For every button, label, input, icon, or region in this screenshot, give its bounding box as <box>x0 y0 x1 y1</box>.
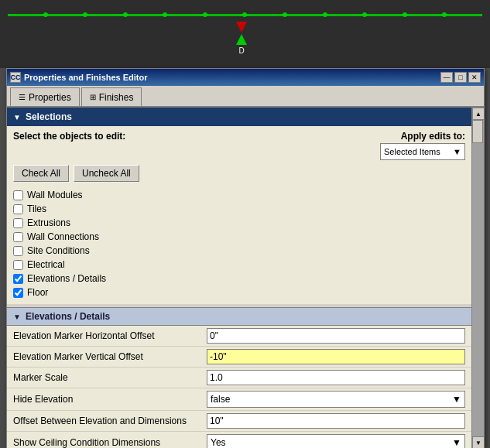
elevation-vertical-input[interactable] <box>207 349 465 364</box>
apply-edits-dropdown[interactable]: Selected Items ▼ <box>380 143 465 160</box>
prop-row-show-ceiling-condition: Show Ceiling Condition Dimensions Yes ▼ <box>7 432 471 448</box>
apply-edits-block: Apply edits to: Selected Items ▼ <box>380 131 465 160</box>
elevations-collapse-icon[interactable]: ▼ <box>13 313 21 321</box>
elevations-details-label: Elevations / Details <box>27 273 106 284</box>
check-all-button[interactable]: Check All <box>13 165 69 182</box>
prop-row-marker-scale: Marker Scale <box>7 368 471 388</box>
selections-header-label: Selections <box>26 111 72 122</box>
show-ceiling-condition-value: Yes <box>211 437 226 448</box>
uncheck-all-button[interactable]: Uncheck All <box>74 165 139 182</box>
show-ceiling-condition-dropdown[interactable]: Yes ▼ <box>207 434 465 448</box>
cad-background: D <box>0 0 490 68</box>
hide-elevation-label: Hide Elevation <box>13 394 207 405</box>
electrical-label: Electrical <box>27 259 65 270</box>
marker-scale-input[interactable] <box>207 370 465 385</box>
title-bar-buttons: — □ ✕ <box>440 72 481 83</box>
properties-finishes-dialog: CC Properties and Finishes Editor — □ ✕ … <box>6 68 485 448</box>
electrical-checkbox[interactable] <box>13 260 23 270</box>
marker-scale-label: Marker Scale <box>13 372 207 383</box>
tab-properties[interactable]: ☰ Properties <box>10 87 80 106</box>
scrollbar: ▲ ▼ <box>471 108 484 448</box>
prop-row-elevation-horizontal: Elevation Marker Horizontal Offset <box>7 326 471 347</box>
cad-arrow-label: D <box>238 46 244 55</box>
hide-elevation-dropdown[interactable]: false ▼ <box>207 391 465 408</box>
elevations-details-checkbox[interactable] <box>13 274 23 284</box>
apply-edits-value: Selected Items <box>384 147 440 156</box>
wall-connections-label: Wall Connections <box>27 231 99 242</box>
selections-collapse-icon[interactable]: ▼ <box>13 113 21 121</box>
selections-section-header: ▼ Selections <box>7 108 471 126</box>
cad-dots <box>8 12 482 18</box>
checkbox-site-conditions: Site Conditions <box>13 244 465 258</box>
tab-bar: ☰ Properties ⊞ Finishes <box>7 86 484 108</box>
checkbox-button-row: Check All Uncheck All <box>13 165 465 182</box>
scroll-thumb[interactable] <box>472 120 483 143</box>
elevation-vertical-label: Elevation Marker Vertical Offset <box>13 351 207 362</box>
offset-elevation-dimensions-label: Offset Between Elevation and Dimensions <box>13 416 207 426</box>
arrow-down-icon <box>236 22 247 32</box>
hide-elevation-value: false <box>211 394 230 405</box>
show-ceiling-condition-label: Show Ceiling Condition Dimensions <box>13 437 207 448</box>
show-ceiling-condition-arrow-icon: ▼ <box>452 437 461 448</box>
selections-header-row: Select the objects to edit: Apply edits … <box>13 131 465 160</box>
scroll-up-button[interactable]: ▲ <box>472 108 484 120</box>
wall-connections-checkbox[interactable] <box>13 232 23 242</box>
dialog-content: ▼ Selections Select the objects to edit:… <box>7 108 484 448</box>
scroll-down-button[interactable]: ▼ <box>472 436 484 448</box>
elevations-details-header-label: Elevations / Details <box>26 311 110 322</box>
tiles-label: Tiles <box>27 203 46 214</box>
extrusions-label: Extrusions <box>27 217 70 228</box>
dialog-icon: CC <box>10 72 21 83</box>
offset-elevation-dimensions-input[interactable] <box>207 413 465 429</box>
title-bar: CC Properties and Finishes Editor — □ ✕ <box>7 69 484 86</box>
select-objects-label: Select the objects to edit: <box>13 131 125 142</box>
checkbox-floor: Floor <box>13 286 465 299</box>
finishes-tab-icon: ⊞ <box>90 93 96 101</box>
checkbox-tiles: Tiles <box>13 202 465 216</box>
prop-row-elevation-vertical: Elevation Marker Vertical Offset <box>7 347 471 368</box>
minimize-button[interactable]: — <box>440 72 453 83</box>
checkbox-wall-modules: Wall Modules <box>13 188 465 202</box>
tiles-checkbox[interactable] <box>13 204 23 214</box>
checkbox-elevations-details: Elevations / Details <box>13 272 465 286</box>
scroll-track[interactable] <box>472 120 484 436</box>
restore-button[interactable]: □ <box>454 72 467 83</box>
site-conditions-label: Site Conditions <box>27 245 90 256</box>
select-objects-text: Select the objects to edit: <box>13 131 125 142</box>
elevation-horizontal-input[interactable] <box>207 328 465 344</box>
tab-finishes[interactable]: ⊞ Finishes <box>81 87 142 106</box>
selections-panel: Select the objects to edit: Apply edits … <box>7 126 471 304</box>
apply-edits-label: Apply edits to: <box>380 131 465 142</box>
apply-edits-arrow-icon: ▼ <box>453 147 461 156</box>
prop-row-hide-elevation: Hide Elevation false ▼ <box>7 388 471 411</box>
wall-modules-checkbox[interactable] <box>13 190 23 200</box>
apply-edits-dropdown-wrapper: Selected Items ▼ <box>380 143 465 160</box>
elevation-horizontal-label: Elevation Marker Horizontal Offset <box>13 330 207 341</box>
elevations-details-section: ▼ Elevations / Details Elevation Marker … <box>7 307 471 448</box>
checkbox-wall-connections: Wall Connections <box>13 230 465 244</box>
wall-modules-label: Wall Modules <box>27 190 83 200</box>
cad-arrows: D <box>236 22 247 55</box>
tab-finishes-label: Finishes <box>99 92 134 103</box>
prop-row-offset-elevation-dimensions: Offset Between Elevation and Dimensions <box>7 411 471 432</box>
hide-elevation-arrow-icon: ▼ <box>452 394 461 405</box>
elevations-details-header: ▼ Elevations / Details <box>7 307 471 326</box>
floor-label: Floor <box>27 287 48 298</box>
tab-properties-label: Properties <box>29 92 71 103</box>
main-content-area: ▼ Selections Select the objects to edit:… <box>7 108 471 448</box>
arrow-up-icon <box>236 34 247 45</box>
properties-tab-icon: ☰ <box>19 93 26 101</box>
close-button[interactable]: ✕ <box>468 72 481 83</box>
checkbox-extrusions: Extrusions <box>13 216 465 230</box>
dialog-title: Properties and Finishes Editor <box>24 73 440 82</box>
floor-checkbox[interactable] <box>13 288 23 298</box>
site-conditions-checkbox[interactable] <box>13 246 23 256</box>
extrusions-checkbox[interactable] <box>13 218 23 228</box>
checkbox-electrical: Electrical <box>13 258 465 272</box>
